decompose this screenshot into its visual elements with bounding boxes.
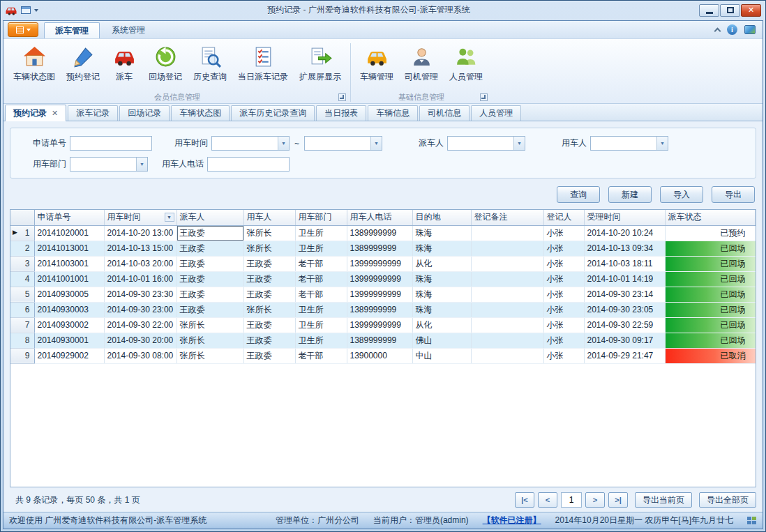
grid-cell[interactable]: 珠海 [412, 302, 471, 317]
grid-cell[interactable] [471, 225, 543, 241]
grid-cell[interactable] [471, 333, 543, 348]
grid-cell[interactable]: 中山 [412, 348, 471, 363]
column-header-3[interactable]: 派车人 [177, 210, 243, 225]
grid-cell[interactable]: 2014-09-30 23:30 [104, 287, 177, 302]
chevron-down-icon[interactable]: ▼ [136, 158, 147, 171]
grid-cell[interactable]: 小张 [543, 256, 584, 271]
grid-cell[interactable]: 珠海 [412, 271, 471, 287]
chevron-down-icon[interactable]: ▼ [370, 137, 382, 150]
table-row[interactable]: 7201409300022014-09-30 22:00张所长王政委卫生所139… [10, 317, 756, 333]
grid-cell[interactable]: 2014-09-29 21:47 [584, 348, 665, 363]
table-row[interactable]: 8201409300012014-09-30 20:00张所长王政委卫生所138… [10, 333, 756, 348]
dialog-launcher-icon[interactable] [480, 93, 488, 101]
grid-cell[interactable]: 老干部 [295, 348, 347, 363]
grid-cell[interactable]: 张所长 [243, 225, 295, 241]
column-header-10[interactable]: 受理时间 [584, 210, 665, 225]
next-page-button[interactable]: > [585, 492, 605, 508]
grid-cell[interactable]: 珠海 [412, 287, 471, 302]
grid-cell[interactable] [471, 256, 543, 271]
grid-cell[interactable]: 王政委 [243, 348, 295, 363]
tab-reservation-records[interactable]: 预约记录 ✕ [5, 105, 66, 121]
first-page-button[interactable]: |< [515, 492, 534, 508]
grid-cell[interactable]: 小张 [543, 348, 584, 363]
tab-vehicle-status-map[interactable]: 车辆状态图 [171, 105, 230, 121]
grid-cell[interactable]: 老干部 [295, 271, 347, 287]
grid-cell[interactable]: 小张 [543, 241, 584, 256]
grid-cell[interactable]: 20140930005 [34, 287, 104, 302]
grid-cell[interactable]: 王政委 [243, 256, 295, 271]
collapse-ribbon-icon[interactable] [714, 27, 721, 34]
grid-cell[interactable]: 王政委 [177, 271, 243, 287]
tab-vehicle-info[interactable]: 车辆信息 [368, 105, 418, 121]
grid-cell[interactable]: 2014-10-01 14:19 [584, 271, 665, 287]
grid-cell[interactable]: 2014-09-30 20:00 [104, 333, 177, 348]
grid-cell[interactable]: 王政委 [177, 256, 243, 271]
export-all-pages-button[interactable]: 导出全部页 [699, 492, 756, 508]
page-number-input[interactable] [561, 492, 582, 508]
column-header-9[interactable]: 登记人 [543, 210, 584, 225]
grid-cell[interactable]: 珠海 [412, 225, 471, 241]
close-button[interactable]: ✕ [741, 4, 761, 17]
registered-link[interactable]: 【软件已注册】 [483, 515, 541, 526]
dispatch-button[interactable]: 派车 [105, 41, 143, 91]
export-current-page-button[interactable]: 导出当前页 [635, 492, 692, 508]
grid-cell[interactable]: 2014-09-30 23:05 [584, 302, 665, 317]
table-row[interactable]: ▶1201410200012014-10-20 13:00王政委张所长卫生所13… [10, 225, 756, 241]
minimize-button[interactable] [699, 4, 719, 17]
grid-cell[interactable] [471, 317, 543, 333]
grid-cell[interactable]: 13999999999 [347, 287, 412, 302]
column-header-11[interactable]: 派车状态 [665, 210, 756, 225]
grid-cell[interactable]: 从化 [412, 256, 471, 271]
vehicle-manage-button[interactable]: 车辆管理 [354, 41, 399, 91]
grid-cell[interactable]: 2014-09-30 23:14 [584, 287, 665, 302]
ribbon-tab-system[interactable]: 系统管理 [101, 22, 156, 38]
grid-cell[interactable]: 小张 [543, 271, 584, 287]
grid-cell[interactable]: 2014-10-03 20:00 [104, 256, 177, 271]
extended-screen-button[interactable]: 扩展屏显示 [294, 41, 347, 91]
grid-cell[interactable]: 王政委 [177, 225, 243, 241]
column-header-2[interactable]: 用车时间▼ [104, 210, 177, 225]
history-query-button[interactable]: 历史查询 [188, 41, 232, 91]
qat-dropdown-icon[interactable] [34, 9, 38, 12]
row-indicator[interactable]: 5 [10, 287, 34, 302]
grid-cell[interactable]: 小张 [543, 317, 584, 333]
driver-manage-button[interactable]: 司机管理 [399, 41, 444, 91]
tab-dispatch-records[interactable]: 派车记录 [68, 105, 118, 121]
column-header-8[interactable]: 登记备注 [471, 210, 543, 225]
vehicle-status-map-button[interactable]: 车辆状态图 [8, 41, 61, 91]
grid-cell[interactable]: 2014-10-03 18:11 [584, 256, 665, 271]
grid-cell[interactable]: 2014-10-20 10:24 [584, 225, 665, 241]
table-row[interactable]: 3201410030012014-10-03 20:00王政委王政委老干部139… [10, 256, 756, 271]
grid-cell[interactable]: 王政委 [177, 287, 243, 302]
grid-cell[interactable]: 小张 [543, 287, 584, 302]
layout-icon[interactable] [21, 6, 31, 14]
grid-cell[interactable]: 王政委 [177, 241, 243, 256]
chevron-down-icon[interactable]: ▼ [513, 137, 525, 150]
grid-cell[interactable]: 卫生所 [295, 302, 347, 317]
grid-cell[interactable] [471, 348, 543, 363]
grid-cell[interactable]: 老干部 [295, 256, 347, 271]
grid-cell[interactable]: 20140930001 [34, 333, 104, 348]
skin-icon[interactable] [744, 25, 756, 34]
grid-cell[interactable]: 卫生所 [295, 333, 347, 348]
grid-cell[interactable]: 20141013001 [34, 241, 104, 256]
row-indicator[interactable]: 6 [10, 302, 34, 317]
maximize-button[interactable] [720, 4, 740, 17]
user-combo[interactable]: ▼ [590, 136, 668, 151]
import-button[interactable]: 导入 [660, 186, 703, 203]
row-indicator[interactable]: 8 [10, 333, 34, 348]
column-filter-icon[interactable]: ▼ [165, 213, 174, 222]
grid-cell[interactable] [471, 302, 543, 317]
info-icon[interactable]: i [727, 24, 737, 35]
today-dispatch-records-button[interactable]: 当日派车记录 [232, 41, 294, 91]
grid-cell[interactable]: 王政委 [243, 317, 295, 333]
grid-cell[interactable]: 1389999999 [347, 302, 412, 317]
row-indicator[interactable]: 9 [10, 348, 34, 363]
tab-dispatch-history-query[interactable]: 派车历史记录查询 [231, 105, 315, 121]
file-menu-button[interactable] [8, 22, 38, 37]
grid-cell[interactable]: 王政委 [243, 271, 295, 287]
grid-cell[interactable]: 卫生所 [295, 225, 347, 241]
dept-combo[interactable]: ▼ [70, 157, 148, 172]
tab-return-records[interactable]: 回场记录 [119, 105, 170, 121]
grid-cell[interactable]: 13999999999 [347, 317, 412, 333]
